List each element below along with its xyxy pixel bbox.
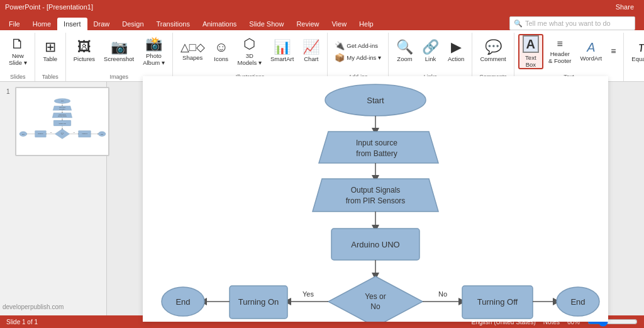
svg-marker-38 bbox=[313, 179, 438, 212]
svg-text:Start: Start bbox=[61, 100, 64, 101]
main-area: 1 Start Input source from Battery bbox=[0, 82, 644, 315]
table-button[interactable]: ⊞ Table bbox=[39, 34, 62, 69]
link-icon: 🔗 bbox=[422, 40, 439, 54]
tab-home[interactable]: Home bbox=[26, 18, 57, 30]
tab-slideshow[interactable]: Slide Show bbox=[243, 18, 290, 30]
new-slide-icon: 🗋 bbox=[11, 37, 25, 51]
svg-text:No: No bbox=[438, 290, 447, 298]
watermark: developerpublish.com bbox=[3, 303, 64, 310]
smartart-button[interactable]: 📊 SmartArt bbox=[267, 34, 297, 69]
svg-text:No: No bbox=[74, 132, 75, 133]
svg-text:from PIR Sensors: from PIR Sensors bbox=[58, 115, 67, 116]
svg-text:Turning On: Turning On bbox=[238, 297, 279, 307]
ribbon-group-symbols: π Equation Ω Symbol Symbols bbox=[624, 33, 644, 81]
slide-info: Slide 1 of 1 bbox=[6, 319, 38, 325]
table-icon: ⊞ bbox=[45, 40, 56, 54]
svg-text:Yes or: Yes or bbox=[365, 292, 386, 301]
svg-text:Start: Start bbox=[367, 96, 384, 105]
svg-text:Yes: Yes bbox=[50, 132, 52, 133]
pictures-button[interactable]: 🖼 Pictures bbox=[70, 34, 99, 69]
slide-number: 1 bbox=[6, 88, 10, 95]
search-placeholder: Tell me what you want to do bbox=[525, 20, 611, 27]
3d-models-button[interactable]: ⬡ 3DModels ▾ bbox=[234, 34, 265, 69]
text-extra-button[interactable]: ≡ bbox=[607, 34, 619, 69]
svg-text:Input source: Input source bbox=[356, 139, 397, 147]
action-icon: ▶ bbox=[451, 40, 462, 54]
shapes-icon: △□◇ bbox=[180, 42, 205, 53]
ribbon-group-comments: 💬 Comment Comments bbox=[472, 33, 514, 81]
titlebar: PowerPoint - [Presentation1] Share bbox=[0, 0, 644, 14]
svg-text:End: End bbox=[570, 297, 585, 307]
comment-icon: 💬 bbox=[485, 40, 502, 54]
ribbon-group-tables: ⊞ Table Tables bbox=[35, 33, 66, 81]
smartart-icon: 📊 bbox=[274, 40, 291, 54]
svg-text:No: No bbox=[370, 302, 380, 311]
zoom-icon: 🔍 bbox=[396, 40, 413, 54]
icons-icon: ☺ bbox=[214, 40, 228, 54]
link-button[interactable]: 🔗 Link bbox=[418, 34, 443, 69]
new-slide-button[interactable]: 🗋 NewSlide ▾ bbox=[5, 34, 31, 69]
my-addins-icon: 📦 bbox=[335, 54, 345, 62]
share-button[interactable]: Share bbox=[611, 2, 639, 12]
action-button[interactable]: ▶ Action bbox=[444, 34, 468, 69]
icons-button[interactable]: ☺ Icons bbox=[210, 34, 233, 69]
wordart-icon: A bbox=[587, 41, 595, 54]
svg-marker-34 bbox=[319, 132, 438, 163]
tab-animations[interactable]: Animations bbox=[196, 18, 243, 30]
equation-button[interactable]: π Equation bbox=[628, 34, 644, 69]
svg-text:Output Signals: Output Signals bbox=[351, 186, 401, 195]
textbox-button[interactable]: A TextBox bbox=[518, 34, 543, 69]
search-bar[interactable]: 🔍 Tell me what you want to do bbox=[509, 16, 635, 30]
slide-thumbnail[interactable]: Start Input source from Battery Output S… bbox=[15, 87, 109, 156]
svg-text:Turning Off: Turning Off bbox=[82, 133, 87, 134]
get-addins-icon: 🔌 bbox=[335, 42, 345, 50]
3d-models-icon: ⬡ bbox=[243, 37, 255, 51]
tab-review[interactable]: Review bbox=[290, 18, 325, 30]
svg-text:Output Signals: Output Signals bbox=[58, 114, 66, 115]
zoom-button[interactable]: 🔍 Zoom bbox=[392, 34, 417, 69]
pictures-icon: 🖼 bbox=[77, 40, 91, 54]
photo-album-icon: 📸 bbox=[145, 37, 162, 51]
canvas-area: Start Input source from Battery Output S… bbox=[107, 82, 644, 315]
ribbon-group-addins: 🔌 Get Add-ins 📦 My Add-ins ▾ Add-ins bbox=[328, 33, 389, 81]
svg-text:Turning On: Turning On bbox=[38, 133, 43, 134]
ribbon-group-slides: 🗋 NewSlide ▾ Slides bbox=[1, 33, 35, 81]
tab-file[interactable]: File bbox=[3, 18, 26, 30]
equation-icon: π bbox=[638, 40, 644, 54]
svg-text:from Battery: from Battery bbox=[356, 149, 397, 158]
svg-text:Input source: Input source bbox=[59, 106, 65, 108]
photo-album-button[interactable]: 📸 PhotoAlbum ▾ bbox=[139, 34, 169, 69]
chart-icon: 📈 bbox=[303, 40, 319, 54]
wordart-button[interactable]: A WordArt bbox=[576, 34, 606, 69]
ribbon-group-images: 🖼 Pictures 📷 Screenshot 📸 PhotoAlbum ▾ I… bbox=[66, 33, 173, 81]
titlebar-title: PowerPoint - [Presentation1] bbox=[5, 3, 93, 11]
svg-text:End: End bbox=[101, 133, 103, 135]
chart-button[interactable]: 📈 Chart bbox=[299, 34, 323, 69]
tab-draw[interactable]: Draw bbox=[87, 18, 116, 30]
ribbon-group-text: A TextBox ≡ Header& Footer A WordArt ≡ T… bbox=[514, 33, 625, 81]
svg-text:Yes or: Yes or bbox=[61, 132, 64, 133]
header-footer-button[interactable]: ≡ Header& Footer bbox=[545, 34, 575, 69]
textbox-icon: A bbox=[523, 35, 539, 53]
text-extra-icon: ≡ bbox=[611, 47, 616, 55]
get-addins-button[interactable]: 🔌 Get Add-ins bbox=[331, 40, 384, 52]
comment-button[interactable]: 💬 Comment bbox=[476, 34, 509, 69]
svg-text:Arduino UNO: Arduino UNO bbox=[58, 123, 66, 124]
tab-insert[interactable]: Insert bbox=[57, 18, 87, 30]
tab-transitions[interactable]: Transitions bbox=[150, 18, 196, 30]
screenshot-icon: 📷 bbox=[111, 40, 128, 54]
shapes-button[interactable]: △□◇ Shapes bbox=[177, 34, 209, 69]
svg-text:End: End bbox=[22, 133, 25, 135]
tab-design[interactable]: Design bbox=[116, 18, 150, 30]
slide-canvas[interactable]: Start Input source from Battery Output S… bbox=[143, 76, 608, 322]
ribbon-group-links: 🔍 Zoom 🔗 Link ▶ Action Links bbox=[389, 33, 472, 81]
svg-text:Yes: Yes bbox=[303, 290, 314, 298]
svg-text:End: End bbox=[175, 297, 190, 307]
svg-text:Arduino UNO: Arduino UNO bbox=[351, 240, 399, 249]
tab-view[interactable]: View bbox=[325, 18, 353, 30]
screenshot-button[interactable]: 📷 Screenshot bbox=[100, 34, 138, 69]
my-addins-button[interactable]: 📦 My Add-ins ▾ bbox=[331, 52, 384, 64]
tab-help[interactable]: Help bbox=[353, 18, 380, 30]
svg-text:No: No bbox=[62, 133, 63, 135]
svg-text:from Battery: from Battery bbox=[59, 108, 65, 110]
